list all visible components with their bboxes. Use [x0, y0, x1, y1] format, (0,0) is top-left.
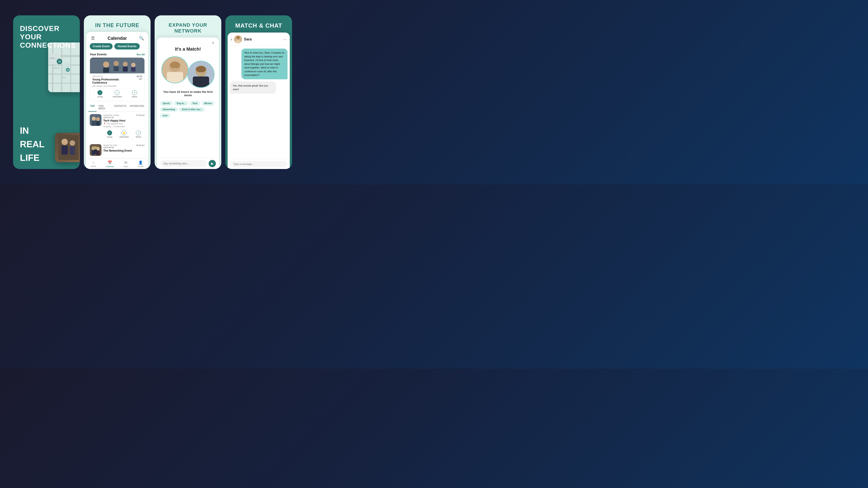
panel-future: IN THE FUTURE ☰ Calendar 🔍 Create Event …	[84, 15, 151, 169]
its-a-match-title: It's a Match!	[157, 46, 219, 54]
search-icon[interactable]: 🔍	[138, 35, 145, 41]
featured-event-name: Young Professionals Conference	[92, 78, 133, 84]
going-label: Going	[97, 96, 103, 98]
event-2-time: 06:30 pm	[136, 144, 145, 147]
tag-sports: Sports	[160, 101, 173, 106]
event-1-interested-btn[interactable]: ⭐ Interested	[119, 130, 128, 138]
svg-rect-37	[94, 150, 97, 154]
tab-this-week[interactable]: THIS WEEK	[96, 103, 112, 111]
action-buttons: Create Event Hosted Events	[86, 43, 148, 52]
match-message-input[interactable]	[160, 160, 207, 167]
panel-network: EXPAND YOUR NETWORK × It's a Match!	[155, 15, 221, 169]
interested-label: Interested	[113, 96, 122, 98]
event-1-going-label: Going	[107, 136, 112, 138]
avatar-img-2	[188, 61, 214, 87]
svg-rect-30	[96, 121, 100, 126]
match-person-1-svg	[162, 56, 188, 84]
send-button[interactable]: ▶	[209, 160, 216, 167]
svg-point-56	[236, 36, 240, 39]
create-event-button[interactable]: Create Event	[90, 43, 113, 50]
discover-headline: DISCOVER YOUR CONNECTIONS	[20, 24, 73, 49]
chat-input-area	[228, 159, 290, 169]
event-1-actions: ✓ Going ⭐ Interested ↗ Share	[103, 129, 145, 139]
see-all-link[interactable]: See All	[136, 53, 145, 56]
tab-interested[interactable]: INTERESTED	[128, 103, 146, 111]
tab-top[interactable]: TOP	[88, 103, 96, 111]
event-list-item-2: Hosted by Tyler 06:30 pm 2023-08-08 The …	[86, 142, 148, 158]
word-life: LIFE	[20, 151, 73, 164]
match-header: ×	[157, 37, 219, 46]
word-real: REAL	[20, 137, 73, 151]
going-icon: ✓	[97, 90, 102, 95]
event-1-share-btn[interactable]: ↗ Share	[135, 130, 141, 138]
nav-calendar[interactable]: 📅 Calendar	[106, 160, 114, 168]
avatar-img-1	[162, 57, 188, 83]
event-1-going-btn[interactable]: ✓ Going	[107, 130, 112, 138]
tag-dog: Dog lo...	[174, 101, 188, 106]
back-button[interactable]: ‹	[231, 37, 232, 42]
menu-icon[interactable]: ☰	[90, 35, 96, 41]
bottom-navigation: ⌂ Home 📅 Calendar ✉ Inbox 👤 Profile	[86, 158, 148, 169]
inbox-icon: ✉	[124, 160, 127, 165]
main-scene: DISCOVER YOUR CONNECTIONS Balboa Fulton …	[8, 11, 320, 173]
event-2-date: 2023-08-08	[103, 147, 145, 149]
nav-home[interactable]: ⌂ Home	[91, 160, 96, 168]
nav-inbox[interactable]: ✉ Inbox	[123, 160, 128, 168]
tag-movies: Movies	[202, 101, 215, 106]
svg-point-50	[196, 66, 206, 72]
app-header: ☰ Calendar 🔍	[86, 32, 148, 43]
tag-tech: Tech	[190, 101, 200, 106]
svg-point-24	[131, 63, 135, 67]
avatar-right	[187, 61, 215, 88]
home-icon: ⌂	[92, 160, 95, 164]
event-1-star-icon: ⭐	[121, 130, 126, 135]
match-avatars-area	[157, 54, 219, 90]
chat-message-input[interactable]	[230, 161, 287, 167]
conference-img-svg	[90, 58, 145, 73]
svg-point-44	[173, 68, 177, 71]
svg-point-20	[114, 61, 119, 66]
svg-point-27	[92, 117, 96, 121]
calendar-icon: 📅	[107, 160, 112, 165]
more-options-button[interactable]: ···	[283, 37, 287, 42]
networking-event-img	[90, 144, 101, 156]
hosted-events-button[interactable]: Hosted Events	[114, 43, 140, 50]
svg-point-36	[94, 146, 97, 149]
event-1-interested-count: 70 interested	[113, 125, 125, 128]
panel-discover: DISCOVER YOUR CONNECTIONS Balboa Fulton …	[13, 15, 80, 169]
share-icon: ↗	[132, 90, 137, 95]
sent-message: Nice to meet you, Sara. Congrats on taki…	[241, 48, 287, 79]
chat-phone-mockup: ‹ Sara ··· Nice to meet you, Sara. Congr…	[228, 33, 290, 169]
going-action[interactable]: ✓ Going	[97, 90, 103, 98]
tab-contacts[interactable]: CONTACTS	[112, 103, 128, 111]
share-action[interactable]: ↗ Share	[132, 90, 137, 98]
network-title: EXPAND YOUR NETWORK	[155, 20, 221, 37]
svg-rect-25	[131, 67, 135, 72]
map-card: Balboa Fulton St. J.F.K. 18 22	[48, 42, 80, 92]
app-title: Calendar	[107, 36, 127, 41]
event-list-img-1	[90, 114, 101, 126]
svg-rect-23	[123, 66, 127, 71]
future-title: IN THE FUTURE	[84, 20, 151, 32]
event-2-hosted-by: Hosted by Tyler	[103, 144, 117, 147]
share-label: Share	[132, 96, 137, 98]
event-1-location: 📍 The Network Hour	[103, 123, 145, 125]
match-person-2-svg	[188, 61, 214, 88]
close-button[interactable]: ×	[211, 40, 216, 46]
nav-profile[interactable]: 👤 Profile	[138, 160, 144, 168]
event-1-time: 07:00 pm	[136, 114, 145, 116]
interest-tags: Sports Dog lo... Tech Movies Networking …	[157, 100, 219, 119]
profile-label: Profile	[138, 165, 144, 168]
svg-point-29	[96, 117, 100, 121]
subwords: IN REAL LIFE	[20, 124, 73, 164]
event-2-name: The Networking Event	[103, 149, 145, 152]
svg-rect-28	[92, 121, 96, 126]
avatar-left	[161, 56, 188, 84]
svg-point-22	[123, 62, 127, 66]
featured-event-time: 08:00 am	[133, 75, 142, 80]
chat-panel-title: MATCH & CHAT	[225, 20, 292, 33]
event-list-item-1: Hosted by Amelia 07:00 pm 2023-07-20 Tec…	[86, 112, 148, 142]
map-pin: 18	[57, 59, 62, 64]
event-img-overlay	[90, 58, 145, 73]
interested-action[interactable]: ☆ Interested	[113, 90, 122, 98]
